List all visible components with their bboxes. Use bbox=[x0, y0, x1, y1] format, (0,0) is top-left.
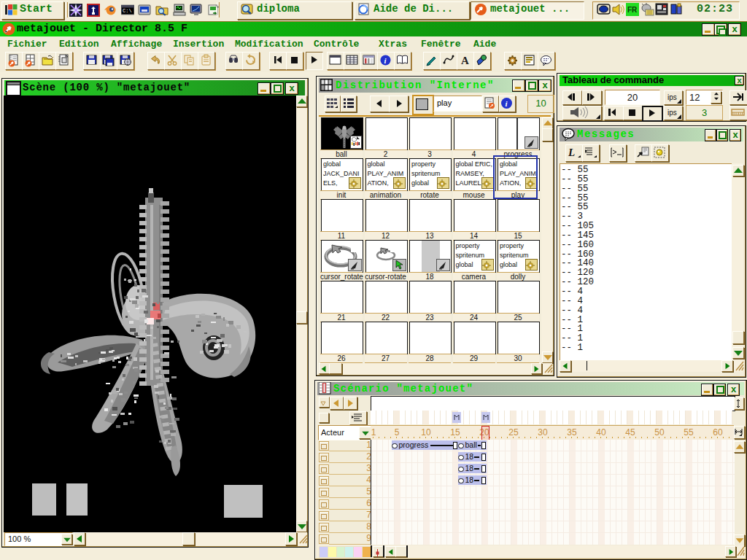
svg-text:L: L bbox=[568, 147, 575, 158]
svg-text:FR: FR bbox=[627, 6, 638, 14]
svg-text:C:\: C:\ bbox=[123, 8, 132, 14]
svg-text:A: A bbox=[461, 55, 469, 66]
